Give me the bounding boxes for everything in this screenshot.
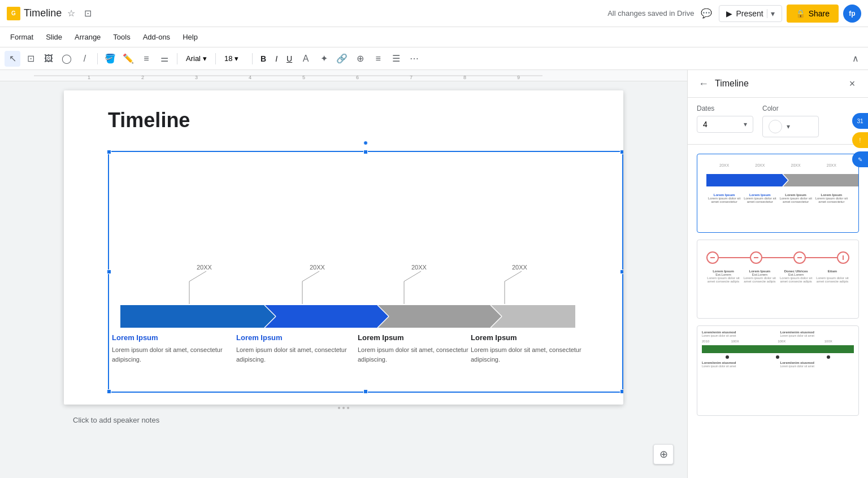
shapes-btn[interactable]: ◯ — [59, 51, 75, 67]
svg-text:4: 4 — [249, 75, 251, 80]
slide-dot — [338, 407, 340, 409]
color-label: Color — [762, 105, 819, 112]
tmpl2-line-2 — [762, 257, 793, 258]
font-select[interactable]: Arial ▾ — [182, 53, 211, 64]
col1-info: Lorem Ipsum Lorem ipsum dolor sit amet, … — [112, 333, 233, 364]
panel-close-button[interactable]: × — [845, 77, 859, 90]
tmpl3-bottom-row: Lorem/enim eiusmod Lorem ipsum dolor sit… — [702, 361, 854, 368]
slide-dots — [64, 405, 623, 411]
template-card-3[interactable]: Lorem/enim eiusmod Lorem ipsum dolor sit… — [697, 325, 859, 416]
share-label: Share — [809, 9, 830, 18]
menu-addons[interactable]: Add-ons — [137, 31, 176, 44]
font-size-select[interactable]: 18 ▾ — [220, 53, 248, 64]
menu-help[interactable]: Help — [177, 31, 203, 44]
color-option-group: Color ▾ — [762, 105, 819, 137]
side-icon-blue[interactable]: 31 — [852, 113, 868, 129]
dates-label: Dates — [697, 105, 753, 112]
handle-top-mid[interactable] — [363, 150, 368, 154]
lock-icon: 🔒 — [796, 9, 805, 18]
menu-tools[interactable]: Tools — [107, 31, 136, 44]
handle-bot-mid[interactable] — [363, 389, 368, 394]
more-btn[interactable]: ⋯ — [406, 51, 422, 67]
slide-title[interactable]: Timeline — [108, 108, 190, 132]
horizontal-ruler: 1 2 3 4 5 6 7 8 9 — [0, 70, 687, 81]
text-box-btn[interactable]: ⊡ — [23, 51, 38, 67]
slide-canvas[interactable]: Timeline — [64, 90, 623, 405]
toolbar: ↖ ⊡ 🖼 ◯ / 🪣 ✏️ ≡ ⚌ Arial ▾ 18 ▾ B I U A … — [0, 47, 868, 70]
bold-btn[interactable]: B — [257, 53, 270, 64]
rotate-handle[interactable] — [363, 141, 368, 145]
collapse-btn[interactable]: ∧ — [848, 51, 863, 67]
slide-area[interactable]: 1 2 3 4 5 6 7 8 9 Timeline — [0, 70, 687, 478]
pen-btn[interactable]: ✏️ — [120, 51, 136, 67]
save-status: All changes saved in Drive — [607, 9, 694, 18]
menu-arrange[interactable]: Arrange — [69, 31, 106, 44]
svg-marker-11 — [264, 305, 389, 328]
menu-slide[interactable]: Slide — [40, 31, 68, 44]
align-btn[interactable]: ≡ — [370, 51, 386, 67]
col4-title: Lorem Ipsum — [471, 333, 592, 342]
svg-line-15 — [264, 316, 276, 328]
handle-top-right[interactable] — [620, 150, 623, 154]
link-btn[interactable]: 🔗 — [334, 51, 350, 67]
list-btn[interactable]: ☰ — [388, 51, 404, 67]
handle-top-left[interactable] — [107, 150, 111, 154]
toolbar-divider-2 — [177, 53, 177, 64]
handle-mid-left[interactable] — [107, 270, 111, 274]
present-button[interactable]: ▶ Present ▾ — [719, 5, 782, 22]
handle-mid-right[interactable] — [620, 270, 623, 274]
col2-text: Lorem ipsum dolor sit amet, consectetur … — [236, 345, 358, 364]
color-swatch — [769, 120, 782, 133]
slide-dot — [342, 407, 345, 409]
doc-icons: ☆ ⊡ — [65, 6, 94, 21]
svg-text:3: 3 — [195, 75, 198, 80]
handle-bot-left[interactable] — [107, 389, 111, 394]
present-dropdown-arrow[interactable]: ▾ — [767, 9, 775, 18]
panel-back-button[interactable]: ← — [697, 77, 710, 90]
line-btn[interactable]: / — [77, 51, 93, 67]
paint-fill-btn[interactable]: 🪣 — [102, 51, 118, 67]
speaker-notes[interactable]: Click to add speaker notes — [64, 411, 623, 429]
folder-icon[interactable]: ⊡ — [82, 6, 94, 21]
col2-title: Lorem Ipsum — [236, 333, 358, 342]
doc-title[interactable]: Timeline — [24, 7, 62, 19]
image-btn[interactable]: 🖼 — [41, 51, 57, 67]
handle-bot-right[interactable] — [620, 389, 623, 394]
color-dropdown[interactable]: ▾ — [762, 116, 819, 137]
template-card-2[interactable]: Lorem IpsumEst.LoremLorem ipsum dolor si… — [697, 240, 859, 319]
svg-text:6: 6 — [356, 75, 359, 80]
svg-text:9: 9 — [517, 75, 520, 80]
side-icon-yellow[interactable]: ! — [852, 132, 868, 148]
add-button[interactable]: ⊕ — [653, 444, 674, 464]
template-card-1[interactable]: 20XX20XX20XX20XX Lorem IpsumLorem ipsum … — [697, 154, 859, 233]
svg-text:20XX: 20XX — [512, 264, 528, 271]
svg-marker-33 — [783, 174, 859, 186]
font-size-value: 18 — [224, 54, 232, 63]
user-avatar[interactable]: fp — [843, 5, 861, 23]
share-button[interactable]: 🔒 Share — [787, 5, 839, 23]
menu-format[interactable]: Format — [5, 31, 39, 44]
font-color-btn[interactable]: A — [298, 51, 314, 67]
dates-dropdown[interactable]: 4 ▾ — [697, 116, 753, 133]
col3-text: Lorem ipsum dolor sit amet, consectetur … — [358, 345, 479, 364]
star-icon[interactable]: ☆ — [65, 6, 77, 21]
font-size-arrow: ▾ — [235, 54, 238, 63]
tmpl2-line-1 — [719, 257, 750, 258]
font-name: Arial — [186, 54, 201, 63]
panel-title: Timeline — [715, 79, 841, 89]
line-dash-btn[interactable]: ⚌ — [157, 51, 172, 67]
comments-icon[interactable]: 💬 — [698, 6, 714, 21]
main-area: 1 2 3 4 5 6 7 8 9 Timeline — [0, 70, 868, 478]
col3-title: Lorem Ipsum — [358, 333, 479, 342]
svg-text:7: 7 — [410, 75, 413, 80]
timeline-panel: ← Timeline × Dates 4 ▾ Color ▾ — [687, 70, 868, 478]
slide-dot — [347, 407, 349, 409]
insert-btn[interactable]: ⊕ — [352, 51, 368, 67]
select-tool-btn[interactable]: ↖ — [5, 51, 20, 67]
highlight-btn[interactable]: ✦ — [316, 51, 332, 67]
italic-btn[interactable]: I — [272, 53, 281, 64]
col4-text: Lorem ipsum dolor sit amet, consectetur … — [471, 345, 592, 364]
side-icon-edit[interactable]: ✎ — [852, 151, 868, 167]
underline-btn[interactable]: U — [283, 53, 296, 64]
line-weight-btn[interactable]: ≡ — [138, 51, 154, 67]
